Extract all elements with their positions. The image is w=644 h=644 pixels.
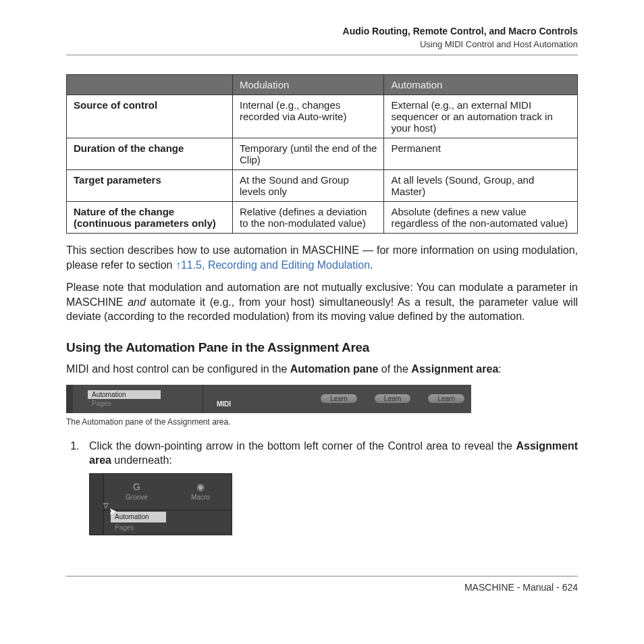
comparison-table: Modulation Automation Source of control … (66, 74, 578, 234)
page-header: Audio Routing, Remote Control, and Macro… (66, 26, 578, 55)
cell: Absolute (defines a new value regardless… (384, 202, 578, 234)
text-italic: and (128, 296, 146, 308)
step-item: Click the down-pointing arrow in the bot… (82, 439, 578, 535)
chevron-down-icon: ▽ (103, 501, 109, 510)
control-main: G Groove ◉ Macro Automation Pages (104, 474, 232, 535)
cursor-icon: ➤ (109, 505, 117, 518)
control-area-figure: G Groove ◉ Macro Automation Pages (89, 473, 232, 535)
text: of the (378, 363, 411, 375)
learn-group: Learn Learn Learn (321, 394, 464, 403)
control-top: G Groove ◉ Macro (104, 474, 232, 510)
figure-caption: The Automation pane of the Assignment ar… (66, 417, 578, 427)
table-header-modulation: Modulation (233, 75, 384, 95)
row-label: Duration of the change (67, 138, 233, 170)
cell: At all levels (Sound, Group, and Master) (384, 170, 578, 202)
cell: Relative (defines a deviation to the non… (233, 202, 384, 234)
macro-icon: ◉ (191, 482, 210, 491)
text: : (498, 363, 501, 375)
control-bottom: Automation Pages (104, 510, 232, 535)
row-label: Source of control (67, 95, 233, 138)
paragraph: MIDI and host control can be configured … (66, 362, 578, 377)
header-subtitle: Using MIDI Control and Host Automation (66, 39, 578, 49)
paragraph: Please note that modulation and automati… (66, 280, 578, 324)
learn-button[interactable]: Learn (428, 394, 464, 403)
row-label: Target parameters (67, 170, 233, 202)
page-footer: MASCHINE - Manual - 624 (66, 576, 578, 593)
text: MIDI and host control can be configured … (66, 363, 290, 375)
row-label: Nature of the change (continuous paramet… (67, 202, 233, 234)
automation-tab[interactable]: Automation (111, 512, 166, 522)
subheading: Using the Automation Pane in the Assignm… (66, 340, 578, 355)
learn-button[interactable]: Learn (321, 394, 357, 403)
cell: External (e.g., an external MIDI sequenc… (384, 95, 578, 138)
text-bold: Assignment area (411, 363, 498, 375)
macro-tab[interactable]: ◉ Macro (191, 482, 210, 502)
paragraph: This section describes how to use automa… (66, 243, 578, 272)
label: Groove (126, 493, 148, 502)
pages-tab[interactable]: Pages (88, 399, 203, 408)
pane-right: MIDI Learn Learn Learn (203, 385, 471, 413)
table-row: Target parameters At the Sound and Group… (67, 170, 578, 202)
table-header-empty (67, 75, 233, 95)
section-link[interactable]: ↑11.5, Recording and Editing Modulation (176, 259, 370, 271)
table-row: Duration of the change Temporary (until … (67, 138, 578, 170)
reveal-arrow[interactable]: ▽ ➤ (103, 501, 109, 510)
cell: Temporary (until the end of the Clip) (233, 138, 384, 170)
pages-tab[interactable]: Pages (111, 522, 232, 533)
text: . (370, 259, 373, 271)
groove-tab[interactable]: G Groove (126, 482, 148, 502)
table-row: Source of control Internal (e.g., change… (67, 95, 578, 138)
midi-label[interactable]: MIDI (217, 400, 231, 410)
steps-list: Click the down-pointing arrow in the bot… (66, 439, 578, 535)
automation-tab[interactable]: Automation (88, 390, 161, 399)
automation-pane-figure: Automation Pages MIDI Learn Learn Learn (66, 385, 471, 413)
cell: Internal (e.g., changes recorded via Aut… (233, 95, 384, 138)
table-header-automation: Automation (384, 75, 578, 95)
header-title: Audio Routing, Remote Control, and Macro… (66, 26, 578, 36)
text: Click the down-pointing arrow in the bot… (89, 440, 516, 452)
text-bold: Automation pane (290, 363, 379, 375)
cell: At the Sound and Group levels only (233, 170, 384, 202)
learn-button[interactable]: Learn (375, 394, 411, 403)
label: Macro (191, 493, 210, 502)
groove-icon: G (126, 482, 148, 491)
text: underneath: (111, 454, 172, 466)
pane-left: Automation Pages (66, 385, 203, 413)
cell: Permanent (384, 138, 578, 170)
table-row: Nature of the change (continuous paramet… (67, 202, 578, 234)
control-sidebar (90, 474, 104, 535)
